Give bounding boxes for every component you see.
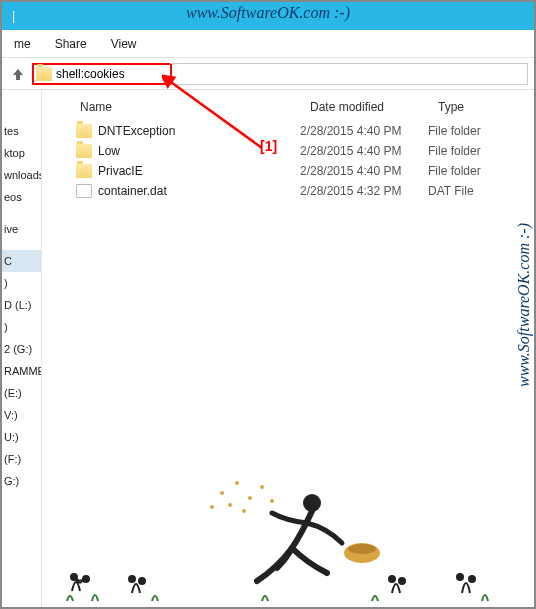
folder-icon: [76, 144, 92, 158]
tab-home[interactable]: me: [2, 31, 43, 57]
file-date: 2/28/2015 4:40 PM: [300, 144, 428, 158]
folder-icon: [76, 164, 92, 178]
tab-share[interactable]: Share: [43, 31, 99, 57]
sidebar-item[interactable]: C: [2, 250, 41, 272]
file-row[interactable]: DNTException 2/28/2015 4:40 PM File fold…: [76, 121, 534, 141]
file-name: Low: [98, 144, 120, 158]
file-name: PrivacIE: [98, 164, 143, 178]
sidebar-item[interactable]: ): [2, 316, 41, 338]
column-header-type[interactable]: Type: [434, 98, 534, 116]
sidebar-item[interactable]: U:): [2, 426, 41, 448]
sidebar-item[interactable]: 2 (G:): [2, 338, 41, 360]
file-row[interactable]: Low 2/28/2015 4:40 PM File folder: [76, 141, 534, 161]
sidebar-item[interactable]: ktop: [2, 142, 41, 164]
file-date: 2/28/2015 4:32 PM: [300, 184, 428, 198]
file-icon: [76, 184, 92, 198]
sidebar-item[interactable]: ive: [2, 218, 41, 240]
sidebar-item[interactable]: wnloads: [2, 164, 41, 186]
address-bar-extent[interactable]: [170, 63, 528, 85]
sidebar-item[interactable]: ): [2, 272, 41, 294]
file-date: 2/28/2015 4:40 PM: [300, 164, 428, 178]
folder-icon: [76, 124, 92, 138]
sidebar-item[interactable]: D (L:): [2, 294, 41, 316]
sidebar-item[interactable]: [2, 98, 41, 120]
column-headers: Name Date modified Type: [76, 98, 534, 117]
sidebar-item[interactable]: G:): [2, 470, 41, 492]
file-date: 2/28/2015 4:40 PM: [300, 124, 428, 138]
address-text[interactable]: shell:cookies: [56, 67, 168, 81]
file-row[interactable]: PrivacIE 2/28/2015 4:40 PM File folder: [76, 161, 534, 181]
sidebar-item[interactable]: tes: [2, 120, 41, 142]
file-row[interactable]: container.dat 2/28/2015 4:32 PM DAT File: [76, 181, 534, 201]
file-type: File folder: [428, 124, 481, 138]
tab-view[interactable]: View: [99, 31, 149, 57]
ribbon-tabs: me Share View: [2, 30, 534, 58]
address-bar-row: shell:cookies: [2, 58, 534, 90]
file-type: DAT File: [428, 184, 474, 198]
main-area: tes ktop wnloads eos ive C ) D (L:) ) 2 …: [2, 90, 534, 607]
titlebar: |: [2, 2, 534, 30]
file-type: File folder: [428, 164, 481, 178]
file-name: DNTException: [98, 124, 175, 138]
sidebar-item[interactable]: (F:): [2, 448, 41, 470]
sidebar-item[interactable]: V:): [2, 404, 41, 426]
folder-icon: [36, 67, 52, 81]
sidebar-item[interactable]: eos: [2, 186, 41, 208]
file-name: container.dat: [98, 184, 167, 198]
sidebar-item[interactable]: (E:): [2, 382, 41, 404]
file-list-pane: Name Date modified Type DNTException 2/2…: [42, 90, 534, 607]
navigation-pane[interactable]: tes ktop wnloads eos ive C ) D (L:) ) 2 …: [2, 90, 42, 607]
column-header-date[interactable]: Date modified: [306, 98, 434, 116]
address-bar[interactable]: shell:cookies: [32, 63, 172, 85]
titlebar-separator: |: [12, 9, 15, 23]
file-type: File folder: [428, 144, 481, 158]
column-header-name[interactable]: Name: [76, 98, 306, 116]
sidebar-item[interactable]: RAMME (D:): [2, 360, 41, 382]
up-arrow-icon[interactable]: [8, 64, 28, 84]
